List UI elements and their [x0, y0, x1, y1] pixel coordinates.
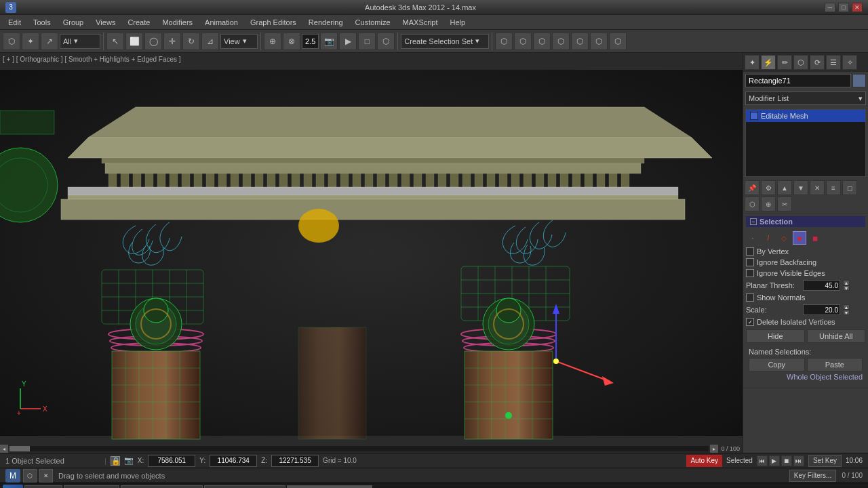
filter-dropdown[interactable]: All ▾	[60, 34, 100, 49]
play-btn[interactable]: ▶	[769, 455, 780, 466]
motion-tab[interactable]: ⬡	[793, 55, 808, 70]
mod-btn-4[interactable]: ▼	[793, 180, 808, 195]
scale-spin[interactable]: ▲ ▼	[843, 304, 850, 315]
3dsmax-icon[interactable]: M	[5, 469, 20, 483]
rotate-btn[interactable]: ↻	[182, 33, 200, 50]
key-filters-button[interactable]: Key Filters...	[789, 470, 837, 482]
planar-thresh-down[interactable]: ▼	[843, 285, 850, 291]
mod-btn-5[interactable]: ✕	[810, 180, 825, 195]
menu-customize[interactable]: Customize	[350, 17, 396, 28]
menu-group[interactable]: Group	[58, 17, 90, 28]
lock-icon[interactable]: 🔒	[111, 456, 120, 466]
viewport-scrollbar[interactable]: ◂ ▸ 0 / 100	[0, 445, 743, 453]
stop-btn[interactable]: ⏹	[781, 455, 792, 466]
align-btn[interactable]: ⬡	[514, 33, 532, 50]
mod-btn-7[interactable]: ◻	[842, 180, 857, 195]
mod-btn-6[interactable]: ≡	[826, 180, 841, 195]
layer-mgr-btn[interactable]: ⬡	[533, 33, 551, 50]
scroll-left-arrow[interactable]: ◂	[0, 445, 8, 453]
set-key-button[interactable]: Set Key	[808, 455, 842, 467]
show-normals-checkbox[interactable]	[746, 293, 754, 302]
mat-map-btn[interactable]: ⬡	[590, 33, 608, 50]
coord-y-input[interactable]	[210, 455, 257, 467]
mirror-btn[interactable]: ⬡	[495, 33, 513, 50]
viewport[interactable]: [ + ] [ Orthographic ] [ Smooth + Highli…	[0, 53, 743, 453]
mini-btn-1[interactable]: ⬡	[23, 469, 37, 483]
menu-views[interactable]: Views	[90, 17, 121, 28]
mat-editor-btn[interactable]: ⬡	[377, 33, 395, 50]
minimize-button[interactable]: ─	[825, 3, 835, 12]
close-button[interactable]: ✕	[852, 3, 863, 12]
mod-btn-8[interactable]: ⬡	[745, 197, 760, 211]
utilities-tab[interactable]: ☰	[826, 55, 841, 70]
object-name-input[interactable]	[745, 74, 851, 87]
coord-x-input[interactable]	[148, 455, 195, 467]
delete-isolated-checkbox[interactable]: ✓	[746, 318, 754, 326]
scale-btn[interactable]: ⊿	[201, 33, 219, 50]
display-tab[interactable]: ⟳	[810, 55, 825, 70]
vertex-icon-btn[interactable]: ·	[746, 231, 760, 245]
planar-thresh-spin[interactable]: ▲ ▼	[843, 280, 850, 291]
prev-frame-btn[interactable]: ⏮	[757, 455, 768, 466]
mod-btn-9[interactable]: ⊕	[761, 197, 776, 211]
ignore-backfacing-checkbox[interactable]	[746, 258, 754, 266]
menu-help[interactable]: Help	[445, 17, 471, 28]
planar-thresh-input[interactable]	[803, 280, 840, 291]
scale-input[interactable]	[803, 304, 840, 315]
object-color-button[interactable]	[852, 74, 866, 87]
modifier-list-dropdown[interactable]: Modifier List ▾	[745, 92, 866, 105]
schematic-view-btn[interactable]: ⬡	[571, 33, 589, 50]
modify-tab[interactable]: ⚡	[761, 55, 776, 70]
maximize-button[interactable]: □	[838, 3, 849, 12]
select-region-circle-btn[interactable]: ◯	[144, 33, 162, 50]
menu-edit[interactable]: Edit	[3, 17, 26, 28]
quick-render-btn[interactable]: ▶	[339, 33, 357, 50]
hide-button[interactable]: Hide	[746, 329, 805, 343]
unhide-all-button[interactable]: Unhide All	[807, 329, 866, 343]
auto-key-button[interactable]: Auto Key	[686, 455, 722, 467]
render-setup-btn[interactable]: ⬡	[609, 33, 627, 50]
element-icon-btn[interactable]: ◼	[808, 231, 822, 245]
extra-tab[interactable]: ✧	[842, 55, 857, 70]
copy-button[interactable]: Copy	[749, 358, 805, 371]
use-selection-btn[interactable]: ⊗	[283, 33, 300, 50]
render-to-texture-btn[interactable]: □	[358, 33, 376, 50]
hierarchy-tab[interactable]: ✏	[777, 55, 792, 70]
mini-btn-2[interactable]: ✕	[39, 469, 53, 483]
menu-tools[interactable]: Tools	[28, 17, 56, 28]
taskbar-folder[interactable]: 📁 四四...百元全图库...	[204, 485, 286, 489]
edge-icon-btn[interactable]: /	[762, 231, 775, 245]
menu-rendering[interactable]: Rendering	[303, 17, 349, 28]
config-modifiers-btn[interactable]: ⚙	[761, 180, 776, 195]
selection-collapse-btn[interactable]: −	[750, 218, 757, 225]
scroll-thumb[interactable]	[9, 446, 30, 451]
select-tool-btn[interactable]: ⬡	[3, 33, 20, 50]
ignore-visible-checkbox[interactable]	[746, 269, 754, 277]
planar-thresh-up[interactable]: ▲	[843, 280, 850, 285]
menu-create[interactable]: Create	[122, 17, 155, 28]
taskbar-maps[interactable]: 🗂 maps	[24, 485, 62, 489]
scale-down[interactable]: ▼	[843, 310, 850, 315]
menu-maxscript[interactable]: MAXScript	[397, 17, 443, 28]
move-btn[interactable]: ✛	[163, 33, 181, 50]
render-scene-btn[interactable]: 📷	[320, 33, 338, 50]
pin-stack-btn[interactable]: 📌	[745, 180, 760, 195]
select-btn[interactable]: ↖	[106, 33, 124, 50]
use-pivot-btn[interactable]: ⊕	[264, 33, 281, 50]
taskbar-3dsmax[interactable]: ⬛ 14.max - Autodesk...	[287, 485, 372, 489]
border-icon-btn[interactable]: ◇	[777, 231, 791, 245]
poly-icon-btn[interactable]: ■	[793, 231, 806, 245]
selection-set-dropdown[interactable]: Create Selection Set ▾	[401, 34, 489, 49]
track-view-btn[interactable]: ⬡	[552, 33, 570, 50]
scale-up[interactable]: ▲	[843, 304, 850, 310]
taskbar-recording[interactable]: ● Recording...	[64, 485, 119, 489]
start-button[interactable]: ⊞	[3, 485, 23, 489]
create-tab[interactable]: ✦	[745, 55, 760, 70]
taskbar-image[interactable]: 🖼 柱子.jpg - Window...	[121, 485, 202, 489]
view-dropdown[interactable]: View ▾	[220, 34, 258, 49]
num-field[interactable]: 2.5	[302, 34, 319, 49]
next-frame-btn[interactable]: ⏭	[793, 455, 804, 466]
mod-btn-10[interactable]: ✂	[777, 197, 792, 211]
by-vertex-checkbox[interactable]	[746, 247, 754, 256]
select-region-rect-btn[interactable]: ⬜	[125, 33, 143, 50]
